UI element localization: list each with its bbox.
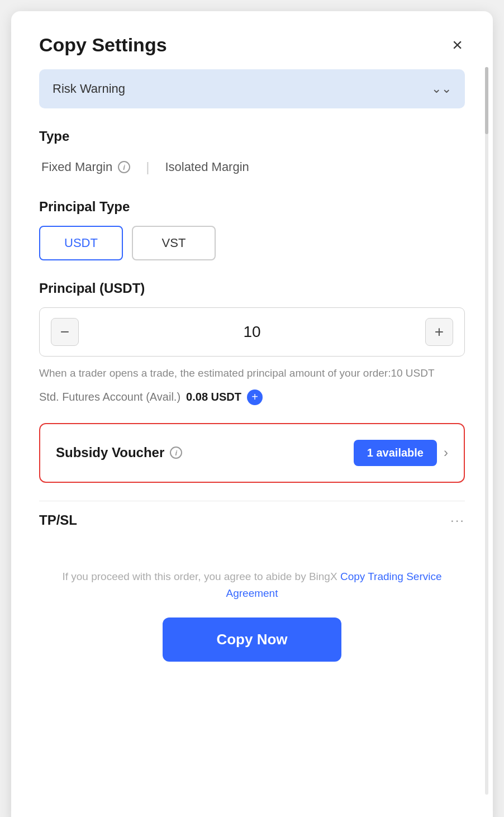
modal-title: Copy Settings xyxy=(39,34,167,56)
type-divider: | xyxy=(146,159,149,175)
subsidy-right: 1 available › xyxy=(354,440,448,466)
modal-content: Risk Warning ⌄⌄ Type Fixed Margin i | Is… xyxy=(11,69,493,539)
decrease-button[interactable]: − xyxy=(51,318,79,346)
subsidy-label: Subsidy Voucher xyxy=(56,445,164,460)
risk-warning-text: Risk Warning xyxy=(53,82,125,96)
scrollbar-track xyxy=(485,67,488,795)
agreement-prefix: If you proceed with this order, you agre… xyxy=(62,571,337,582)
copy-now-button[interactable]: Copy Now xyxy=(163,618,341,662)
tpsl-expand-icon[interactable]: ··· xyxy=(450,512,465,528)
add-funds-icon[interactable]: + xyxy=(247,390,263,405)
tpsl-label: TP/SL xyxy=(39,512,77,528)
tpsl-section: TP/SL ··· xyxy=(39,501,465,539)
principal-label: Principal (USDT) xyxy=(39,281,465,296)
balance-amount: 0.08 USDT xyxy=(186,391,241,403)
available-badge[interactable]: 1 available xyxy=(354,440,437,466)
principal-type-buttons: USDT VST xyxy=(39,226,465,260)
fixed-margin-info-icon[interactable]: i xyxy=(118,161,130,173)
close-button[interactable]: × xyxy=(450,34,465,56)
principal-type-label: Principal Type xyxy=(39,199,465,215)
isolated-margin-label: Isolated Margin xyxy=(165,160,249,174)
account-label: Std. Futures Account (Avail.) xyxy=(39,391,180,403)
subsidy-left: Subsidy Voucher i xyxy=(56,445,182,460)
principal-type-section: Principal Type USDT VST xyxy=(39,199,465,260)
subsidy-info-icon[interactable]: i xyxy=(170,446,182,459)
modal-container: Copy Settings × Risk Warning ⌄⌄ Type Fix… xyxy=(11,11,493,817)
scrollbar-thumb[interactable] xyxy=(485,67,488,134)
type-options: Fixed Margin i | Isolated Margin xyxy=(39,155,465,179)
increase-button[interactable]: + xyxy=(425,318,453,346)
type-section: Type Fixed Margin i | Isolated Margin xyxy=(39,129,465,179)
agreement-text: If you proceed with this order, you agre… xyxy=(39,568,465,602)
modal-footer: If you proceed with this order, you agre… xyxy=(11,557,493,690)
fixed-margin-label: Fixed Margin xyxy=(41,160,112,174)
subsidy-voucher-section[interactable]: Subsidy Voucher i 1 available › xyxy=(39,423,465,483)
isolated-margin-option[interactable]: Isolated Margin xyxy=(163,155,251,179)
principal-value: 10 xyxy=(79,323,425,341)
type-label: Type xyxy=(39,129,465,144)
risk-warning-dropdown[interactable]: Risk Warning ⌄⌄ xyxy=(39,69,465,108)
principal-section: Principal (USDT) − 10 + When a trader op… xyxy=(39,281,465,405)
chevron-right-icon: › xyxy=(444,445,448,460)
chevron-down-icon: ⌄⌄ xyxy=(431,82,451,96)
modal-header: Copy Settings × xyxy=(11,11,493,69)
account-balance: Std. Futures Account (Avail.) 0.08 USDT … xyxy=(39,390,465,405)
usdt-button[interactable]: USDT xyxy=(39,226,123,260)
principal-hint: When a trader opens a trade, the estimat… xyxy=(39,365,465,382)
principal-input-box: − 10 + xyxy=(39,307,465,357)
vst-button[interactable]: VST xyxy=(132,226,216,260)
fixed-margin-option[interactable]: Fixed Margin i xyxy=(39,155,132,179)
